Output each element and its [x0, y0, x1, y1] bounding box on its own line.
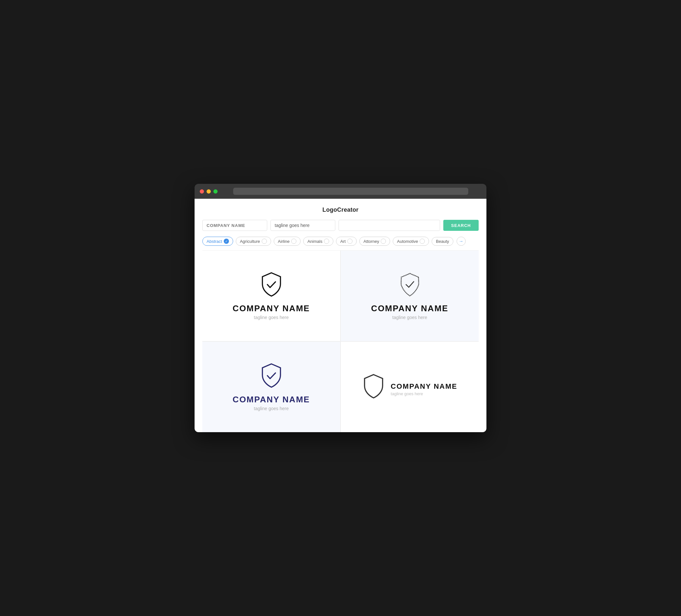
keyword-input[interactable] [338, 220, 440, 231]
filter-chip-animals[interactable]: Animals [303, 237, 333, 246]
filter-label: Agriculture [240, 239, 260, 244]
minimize-button[interactable] [207, 189, 211, 194]
check-icon [291, 239, 296, 244]
logo-card-4[interactable]: COMPANY NAME tagline goes here [340, 341, 479, 432]
url-bar[interactable] [233, 188, 468, 195]
logo4-tagline: tagline goes here [391, 391, 457, 396]
logo1-tagline: tagline goes here [254, 315, 288, 320]
filter-chip-attorney[interactable]: Attorney [359, 237, 390, 246]
filter-label: Art [340, 239, 346, 244]
titlebar [195, 184, 486, 199]
app-title: LogoCreator [202, 207, 479, 213]
maximize-button[interactable] [213, 189, 218, 194]
logo3-company-name: COMPANY NAME [232, 394, 310, 405]
filter-chip-beauty[interactable]: Beauty [432, 237, 453, 246]
next-filters-button[interactable]: → [457, 237, 466, 246]
logo4-company-name: COMPANY NAME [391, 382, 457, 391]
shield-icon-4 [362, 374, 385, 401]
filter-bar: Abstract ✓ Agriculture Airline Animals A… [202, 237, 479, 251]
check-icon [347, 239, 353, 244]
filter-label: Airline [278, 239, 289, 244]
filter-label: Beauty [436, 239, 449, 244]
logo3-tagline: tagline goes here [254, 406, 288, 411]
browser-window: LogoCreator SEARCH Abstract ✓ Agricultur… [195, 184, 486, 432]
company-name-input[interactable] [202, 220, 267, 231]
search-button[interactable]: SEARCH [443, 220, 479, 231]
logo2-tagline: tagline goes here [393, 315, 427, 320]
filter-chip-agriculture[interactable]: Agriculture [236, 237, 271, 246]
close-button[interactable] [200, 189, 204, 194]
search-bar: SEARCH [202, 220, 479, 231]
check-icon [324, 239, 329, 244]
filter-chip-art[interactable]: Art [336, 237, 357, 246]
filter-label: Attorney [363, 239, 379, 244]
filter-chip-airline[interactable]: Airline [274, 237, 301, 246]
shield-icon-3 [260, 363, 283, 390]
filter-chip-abstract[interactable]: Abstract ✓ [202, 237, 233, 246]
check-icon [420, 239, 425, 244]
filter-chip-automotive[interactable]: Automotive [393, 237, 429, 246]
logo-card-3[interactable]: COMPANY NAME tagline goes here [202, 341, 340, 432]
check-icon [262, 239, 267, 244]
tagline-input[interactable] [271, 220, 335, 231]
filter-label: Automotive [397, 239, 418, 244]
logo4-text-block: COMPANY NAME tagline goes here [391, 378, 457, 396]
filter-label: Abstract [207, 239, 222, 244]
logo-grid: COMPANY NAME tagline goes here COMPANY N… [202, 251, 479, 432]
check-icon [381, 239, 386, 244]
logo2-company-name: COMPANY NAME [371, 304, 448, 313]
app-content: LogoCreator SEARCH Abstract ✓ Agricultur… [195, 199, 486, 432]
check-icon: ✓ [224, 239, 229, 244]
filter-label: Animals [307, 239, 322, 244]
logo-card-1[interactable]: COMPANY NAME tagline goes here [202, 251, 340, 341]
shield-icon-2 [399, 272, 421, 299]
logo1-company-name: COMPANY NAME [232, 304, 310, 313]
logo-card-2[interactable]: COMPANY NAME tagline goes here [340, 251, 479, 341]
shield-icon-1 [260, 272, 283, 299]
